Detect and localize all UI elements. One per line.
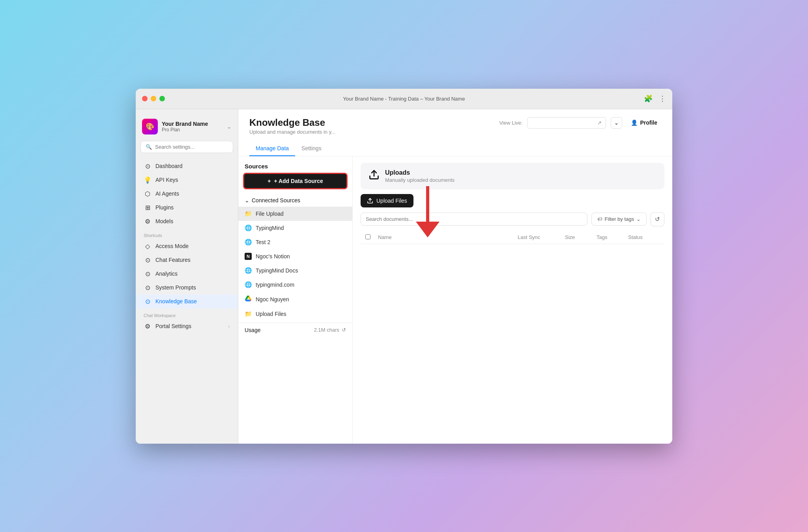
sidebar: 🎨 Your Brand Name Pro Plan ⌄ 🔍 ⊙ Dashboa… <box>136 109 238 444</box>
document-search-input[interactable] <box>361 213 587 226</box>
chat-workspace-label: Chat Workspace <box>136 308 238 319</box>
portal-settings-label: Portal Settings <box>155 323 191 329</box>
view-live-label: View Live: <box>499 120 522 126</box>
sidebar-item-ai-agents[interactable]: ⬡ AI Agents <box>136 187 238 201</box>
tab-settings[interactable]: Settings <box>295 141 328 156</box>
connected-sources-header[interactable]: ⌄ Connected Sources <box>238 194 352 207</box>
select-all-checkbox[interactable] <box>365 234 378 241</box>
red-arrow <box>408 186 447 237</box>
refresh-button[interactable]: ↺ <box>651 212 664 226</box>
menu-icon[interactable]: ⋮ <box>659 94 666 103</box>
source-item-test2[interactable]: 🌐 Test 2 <box>238 235 352 249</box>
sidebar-item-label: Knowledge Base <box>155 298 197 304</box>
analytics-icon: ⊙ <box>144 270 152 278</box>
tag-icon: 🏷 <box>597 216 602 222</box>
add-data-source-button[interactable]: + + Add Data Source <box>243 173 348 189</box>
refresh-icon[interactable]: ↺ <box>342 327 346 333</box>
page-header: Knowledge Base Upload and manage documen… <box>238 109 672 157</box>
col-header-tags: Tags <box>597 234 628 240</box>
chevron-down-icon: ⌄ <box>245 197 249 203</box>
source-label: Ngoc Nguyen <box>256 296 289 302</box>
chevron-down-icon: ⌄ <box>636 216 641 222</box>
connected-sources-label: Connected Sources <box>252 197 300 203</box>
page-title-group: Knowledge Base Upload and manage documen… <box>249 117 335 135</box>
traffic-lights <box>142 96 165 101</box>
notion-icon: N <box>245 253 252 260</box>
globe-icon: 🌐 <box>245 267 252 274</box>
brand-section[interactable]: 🎨 Your Brand Name Pro Plan ⌄ <box>136 116 238 141</box>
api-keys-icon: 💡 <box>144 176 152 184</box>
filter-by-tags-button[interactable]: 🏷 Filter by tags ⌄ <box>591 213 647 226</box>
system-prompts-icon: ⊙ <box>144 284 152 291</box>
minimize-button[interactable] <box>151 96 156 101</box>
sidebar-item-label: Access Mode <box>155 243 189 249</box>
sidebar-item-label: API Keys <box>155 177 178 183</box>
profile-button[interactable]: 👤 Profile <box>627 117 661 128</box>
sidebar-item-label: AI Agents <box>155 190 179 197</box>
source-item-typingmindcom[interactable]: 🌐 typingmind.com <box>238 278 352 292</box>
usage-row: Usage 2.1M chars ↺ <box>238 323 352 337</box>
folder-icon: 📁 <box>245 210 252 217</box>
source-item-ngoc-notion[interactable]: N Ngoc's Notion <box>238 249 352 263</box>
upload-files-button[interactable]: Upload Files <box>361 194 413 207</box>
col-header-last-sync: Last Sync <box>518 234 565 240</box>
shortcuts-label: Shortcuts <box>136 228 238 239</box>
search-box[interactable]: 🔍 <box>140 141 233 153</box>
brand-plan: Pro Plan <box>162 127 223 133</box>
view-live-input[interactable]: ↗ <box>527 117 606 129</box>
app-window: Your Brand Name - Training Data – Your B… <box>136 89 672 444</box>
sidebar-item-system-prompts[interactable]: ⊙ System Prompts <box>136 281 238 295</box>
source-item-typingmind-docs[interactable]: 🌐 TypingMind Docs <box>238 263 352 278</box>
sidebar-item-analytics[interactable]: ⊙ Analytics <box>136 267 238 281</box>
usage-value: 2.1M chars ↺ <box>314 327 346 333</box>
sidebar-item-label: Chat Features <box>155 257 191 263</box>
sidebar-item-chat-features[interactable]: ⊙ Chat Features <box>136 253 238 267</box>
chevron-right-icon: › <box>228 323 230 329</box>
extensions-icon[interactable]: 🧩 <box>644 94 653 103</box>
source-item-upload-files[interactable]: 📁 Upload Files <box>238 307 352 321</box>
google-drive-icon <box>245 295 252 303</box>
brand-name: Your Brand Name <box>162 121 223 127</box>
sidebar-item-knowledge-base[interactable]: ⊙ Knowledge Base <box>136 295 238 308</box>
source-item-typingmind[interactable]: 🌐 TypingMind <box>238 221 352 235</box>
sidebar-item-access-mode[interactable]: ◇ Access Mode <box>136 239 238 253</box>
external-link-icon: ↗ <box>597 120 602 126</box>
close-button[interactable] <box>142 96 148 101</box>
page-header-top: Knowledge Base Upload and manage documen… <box>249 117 661 135</box>
source-item-file-upload[interactable]: 📁 File Upload <box>238 207 352 221</box>
sidebar-item-portal-settings[interactable]: ⚙ Portal Settings › <box>136 319 238 333</box>
globe-icon: 🌐 <box>245 239 252 246</box>
source-label: typingmind.com <box>256 282 294 288</box>
sidebar-item-label: System Prompts <box>155 284 196 291</box>
sidebar-item-label: Dashboard <box>155 163 183 169</box>
tabs: Manage Data Settings <box>249 141 661 156</box>
folder-icon: 📁 <box>245 310 252 317</box>
search-input[interactable] <box>155 144 228 150</box>
uploads-subtitle: Manually uploaded documents <box>385 177 656 183</box>
knowledge-base-icon: ⊙ <box>144 298 152 305</box>
profile-label: Profile <box>640 119 657 126</box>
select-all-input[interactable] <box>365 234 370 239</box>
col-header-size: Size <box>565 234 597 240</box>
sidebar-item-dashboard[interactable]: ⊙ Dashboard <box>136 159 238 173</box>
uploads-title: Uploads <box>385 169 656 176</box>
avatar: 🎨 <box>142 119 158 134</box>
sidebar-item-label: Models <box>155 218 173 224</box>
titlebar-actions: 🧩 ⋮ <box>644 94 666 103</box>
sidebar-item-api-keys[interactable]: 💡 API Keys <box>136 173 238 187</box>
sources-header: Sources <box>238 157 352 173</box>
plugins-icon: ⊞ <box>144 204 152 211</box>
ai-agents-icon: ⬡ <box>144 190 152 198</box>
col-header-name: Name <box>378 234 518 240</box>
search-icon: 🔍 <box>146 144 152 150</box>
brand-info: Your Brand Name Pro Plan <box>162 121 223 133</box>
chevron-down-icon: ⌄ <box>227 123 232 130</box>
maximize-button[interactable] <box>159 96 165 101</box>
view-live-dropdown-btn[interactable]: ⌄ <box>611 117 622 129</box>
source-item-ngoc-nguyen[interactable]: Ngoc Nguyen <box>238 292 352 307</box>
globe-icon: 🌐 <box>245 281 252 288</box>
models-icon: ⚙ <box>144 218 152 225</box>
sidebar-item-plugins[interactable]: ⊞ Plugins <box>136 201 238 215</box>
tab-manage-data[interactable]: Manage Data <box>249 141 295 156</box>
sidebar-item-models[interactable]: ⚙ Models <box>136 215 238 228</box>
